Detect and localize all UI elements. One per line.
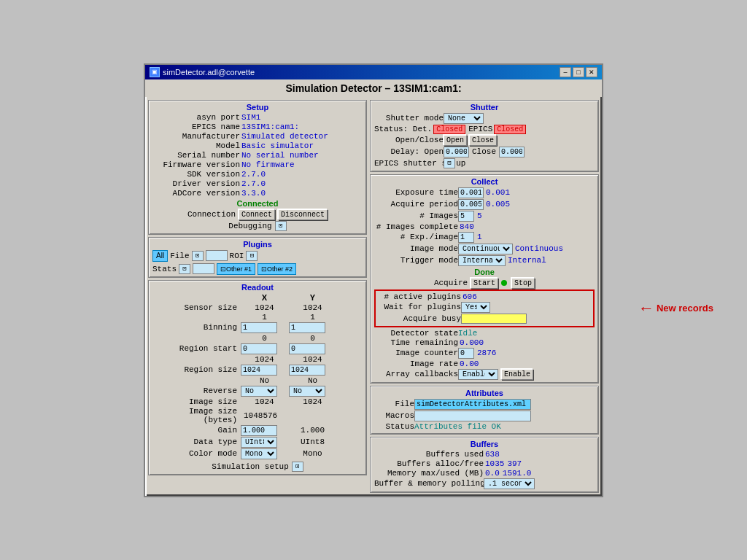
data-type-x-select[interactable]: UInt8 — [241, 437, 277, 448]
close-button[interactable]: ✕ — [586, 67, 597, 77]
buffers-free-val: 397 — [507, 459, 522, 468]
image-counter-input[interactable] — [458, 348, 474, 359]
region-size-x-input[interactable] — [241, 365, 277, 376]
shutter-det-label: Status: Det. — [374, 125, 432, 133]
asyn-port-value: SIM1 — [241, 113, 260, 122]
manufacturer-label: Manufacturer — [152, 132, 240, 141]
reverse-x-select[interactable]: No — [241, 386, 277, 397]
wait-plugins-row: Wait for plugins Yes — [377, 302, 592, 313]
arrow-icon: ← — [638, 299, 654, 318]
sensor-y: 1024 — [289, 303, 336, 312]
gain-y: 1.000 — [289, 426, 336, 435]
other1-button[interactable]: ⊡Other #1 — [217, 263, 255, 275]
data-type-y: UInt8 — [289, 438, 336, 446]
stats-input[interactable] — [193, 263, 214, 274]
exp-image-row: # Exp./image 1 — [374, 232, 595, 243]
binning-y-input[interactable] — [289, 322, 325, 333]
memory-label: Memory max/used (MB) — [374, 469, 484, 478]
enable-button[interactable]: Enable — [501, 369, 533, 380]
exposure-label: Exposure time — [374, 188, 458, 197]
wait-plugins-select[interactable]: Yes — [461, 302, 490, 313]
epics-setup-checkbox[interactable]: ⊡ — [444, 158, 455, 168]
color-mode-x-select[interactable]: Mono — [241, 448, 277, 459]
images-complete-row: # Images complete 840 — [374, 222, 595, 231]
image-mode-row: Image mode Continuous Continuous — [374, 244, 595, 254]
binning-y-top: 1 — [289, 313, 336, 322]
exposure-readback: 0.001 — [486, 188, 510, 197]
attr-file-input[interactable] — [414, 399, 531, 410]
images-input[interactable] — [458, 211, 474, 222]
minimize-button[interactable]: – — [560, 67, 571, 77]
maximize-button[interactable]: □ — [573, 67, 584, 77]
debugging-label: Debugging — [228, 222, 271, 230]
active-plugins-val: 606 — [462, 292, 477, 301]
epics-name-value: 13SIM1:cam1: — [241, 122, 299, 131]
acquire-period-input[interactable] — [458, 199, 484, 210]
image-mode-label: Image mode — [374, 244, 458, 253]
readout-title: Readout — [152, 283, 363, 292]
attr-macros-input[interactable] — [414, 411, 531, 421]
buffers-used-val: 638 — [485, 450, 500, 459]
connect-button[interactable]: Connect — [239, 209, 275, 220]
sim-setup-checkbox[interactable]: ⊡ — [292, 462, 303, 472]
binning-x-input[interactable] — [241, 322, 277, 333]
image-mode-select[interactable]: Continuous — [458, 244, 513, 254]
shutter-mode-select[interactable]: None — [444, 113, 484, 124]
gain-x-input[interactable] — [241, 425, 277, 436]
image-size-label: Image size — [152, 397, 240, 406]
firmware-label: Firmware version — [152, 160, 240, 169]
connected-status: Connected — [152, 199, 363, 208]
active-plugins-label: # active plugins — [377, 292, 461, 301]
stats-checkbox[interactable]: ⊡ — [179, 264, 190, 274]
time-remaining-label: Time remaining — [374, 338, 458, 347]
start-button[interactable]: Start — [471, 278, 498, 289]
sim-setup-row: Simulation setup ⊡ — [152, 462, 363, 472]
region-start-y-input[interactable] — [289, 343, 325, 354]
acquire-period-row: Acquire period 0.005 — [374, 199, 595, 210]
delay-close-input[interactable] — [499, 147, 525, 158]
left-panel: Setup asyn port SIM1 EPICS name 13SIM1:c… — [148, 100, 367, 493]
image-size-x: 1024 — [241, 397, 288, 406]
image-bytes-label: Image size (bytes) — [152, 407, 240, 424]
file-input[interactable] — [206, 250, 228, 261]
region-size-y-input[interactable] — [289, 365, 325, 376]
open-close-row: Open/Close Open Close — [374, 135, 595, 146]
exposure-input[interactable] — [458, 187, 484, 198]
other2-button[interactable]: ⊡Other #2 — [258, 263, 296, 275]
acquire-label: Acquire — [434, 279, 468, 287]
array-callbacks-select[interactable]: Enable — [458, 369, 498, 380]
no-label-x: No — [241, 376, 288, 385]
disconnect-button[interactable]: Disconnect — [278, 209, 328, 220]
driver-value: 2.7.0 — [241, 179, 266, 188]
image-counter-label: Image counter — [374, 349, 458, 357]
title-bar: ▣ simDetector.adl@corvette – □ ✕ — [145, 65, 602, 79]
debugging-checkbox[interactable]: ⊡ — [275, 221, 287, 231]
delay-open-input[interactable] — [444, 147, 469, 158]
y-header: Y — [289, 293, 336, 302]
window-title: simDetector.adl@corvette — [163, 68, 255, 77]
window-icon: ▣ — [150, 67, 160, 77]
reverse-y-select[interactable]: No — [289, 386, 325, 397]
open-button[interactable]: Open — [444, 135, 467, 146]
file-checkbox[interactable]: ⊡ — [192, 251, 204, 261]
plugins-row: All File ⊡ ROI ⊡ — [152, 250, 363, 262]
exp-image-input[interactable] — [458, 232, 474, 243]
images-row: # Images 5 — [374, 211, 595, 222]
all-button[interactable]: All — [152, 250, 168, 262]
images-label: # Images — [374, 211, 458, 220]
stop-button[interactable]: Stop — [511, 278, 535, 289]
readout-section: Readout X Y Sensor size 1024 1024 1 1 Bi… — [148, 280, 367, 475]
roi-checkbox[interactable]: ⊡ — [246, 251, 258, 261]
wait-plugins-label: Wait for plugins — [377, 303, 461, 311]
serial-row: Serial number No serial number — [152, 151, 363, 160]
sim-setup-label: Simulation setup — [212, 462, 289, 471]
close-button[interactable]: Close — [469, 135, 497, 146]
firmware-value: No firmware — [241, 160, 295, 169]
acquire-period-label: Acquire period — [374, 200, 458, 209]
polling-select[interactable]: .1 second — [484, 478, 535, 489]
region-start-x-input[interactable] — [241, 343, 277, 354]
main-window: ▣ simDetector.adl@corvette – □ ✕ Simulat… — [144, 63, 603, 497]
trigger-mode-select[interactable]: Internal — [458, 255, 506, 266]
main-title: Simulation Detector – 13SIM1:cam1: — [145, 79, 602, 97]
trigger-mode-row: Trigger mode Internal Internal — [374, 255, 595, 266]
